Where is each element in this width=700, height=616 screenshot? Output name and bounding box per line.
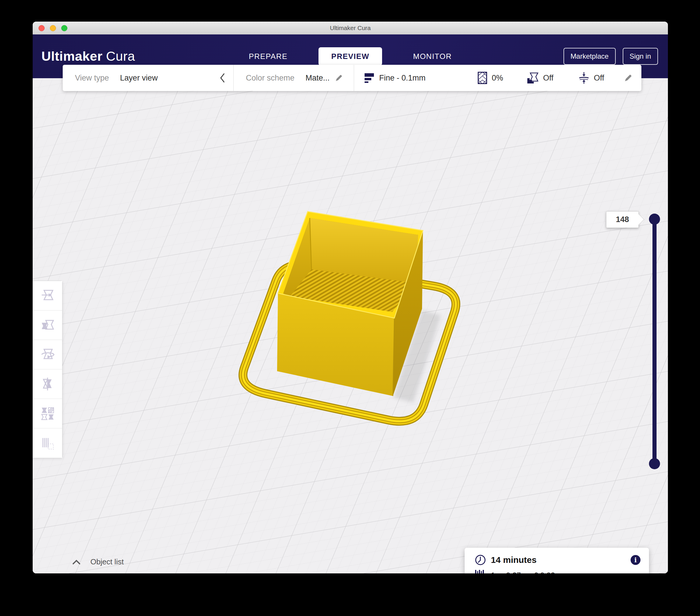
print-summary-panel: 14 minutes i 1g · 0.27m · £ 0.02 Save to… — [465, 548, 649, 574]
object-list-label: Object list — [90, 557, 124, 566]
layer-height-icon — [365, 72, 375, 84]
scale-tool-icon — [40, 318, 55, 333]
tab-preview[interactable]: PREVIEW — [318, 47, 382, 66]
build-plate-scene — [33, 78, 668, 574]
per-model-settings-icon — [40, 406, 55, 421]
adhesion-icon — [579, 72, 589, 84]
info-icon[interactable]: i — [630, 555, 641, 565]
marketplace-button[interactable]: Marketplace — [563, 48, 616, 65]
tab-prepare[interactable]: PREPARE — [236, 47, 300, 66]
clock-icon — [475, 554, 486, 566]
color-scheme-selector[interactable]: Color scheme Mate... — [234, 65, 354, 91]
per-model-settings-button[interactable] — [33, 399, 62, 428]
view-toolbar: View type Layer view Color scheme Mate..… — [63, 65, 641, 91]
edit-pencil-icon[interactable] — [335, 74, 343, 82]
layer-slider-top-handle[interactable] — [649, 213, 660, 225]
view-type-label: View type — [75, 74, 109, 83]
titlebar: Ultimaker Cura — [33, 22, 668, 35]
view-type-value: Layer view — [120, 74, 158, 83]
chevron-left-icon[interactable] — [219, 73, 225, 83]
app-window: Ultimaker Cura Ultimaker Cura PREPARE PR… — [33, 22, 668, 574]
settings-pencil-icon[interactable] — [624, 74, 633, 82]
material-spool-icon — [475, 569, 486, 574]
material-summary: 1g · 0.27m · £ 0.02 — [491, 571, 555, 574]
scale-tool-button[interactable] — [33, 310, 62, 340]
window-title: Ultimaker Cura — [33, 25, 668, 32]
layer-number: 148 — [616, 215, 629, 224]
rotate-tool-icon — [40, 347, 55, 362]
support-icon — [527, 72, 538, 84]
infill-value: 0% — [492, 74, 503, 83]
move-tool-button[interactable] — [33, 281, 62, 310]
support-blocker-button[interactable] — [33, 428, 62, 458]
object-list-toggle[interactable]: Object list — [72, 557, 124, 566]
rotate-tool-button[interactable] — [33, 340, 62, 369]
layer-slider-track[interactable] — [652, 219, 657, 464]
layer-number-tag: 148 — [606, 211, 639, 228]
viewport-3d[interactable]: 148 Object list CFFFP_40mmcube 15.0 x 15… — [33, 78, 668, 574]
tool-panel — [33, 281, 62, 458]
mirror-tool-button[interactable] — [33, 369, 62, 399]
profile-value: Fine - 0.1mm — [379, 74, 426, 83]
support-value: Off — [543, 74, 553, 83]
support-blocker-icon — [40, 436, 55, 451]
adhesion-value: Off — [594, 74, 604, 83]
move-tool-icon — [40, 288, 55, 303]
mirror-tool-icon — [40, 377, 55, 392]
view-type-selector[interactable]: View type Layer view — [63, 65, 233, 91]
signin-button[interactable]: Sign in — [623, 48, 658, 65]
model-cube[interactable] — [277, 212, 423, 396]
print-time: 14 minutes — [491, 555, 537, 565]
layer-slider-bottom-handle[interactable] — [649, 458, 660, 469]
infill-icon — [478, 72, 487, 84]
chevron-up-icon — [72, 559, 80, 565]
color-scheme-value: Mate... — [306, 74, 330, 83]
tab-monitor[interactable]: MONITOR — [400, 47, 465, 66]
print-settings-summary[interactable]: Fine - 0.1mm 0% Off — [354, 65, 641, 91]
color-scheme-label: Color scheme — [246, 74, 295, 83]
svg-text:i: i — [634, 556, 637, 564]
